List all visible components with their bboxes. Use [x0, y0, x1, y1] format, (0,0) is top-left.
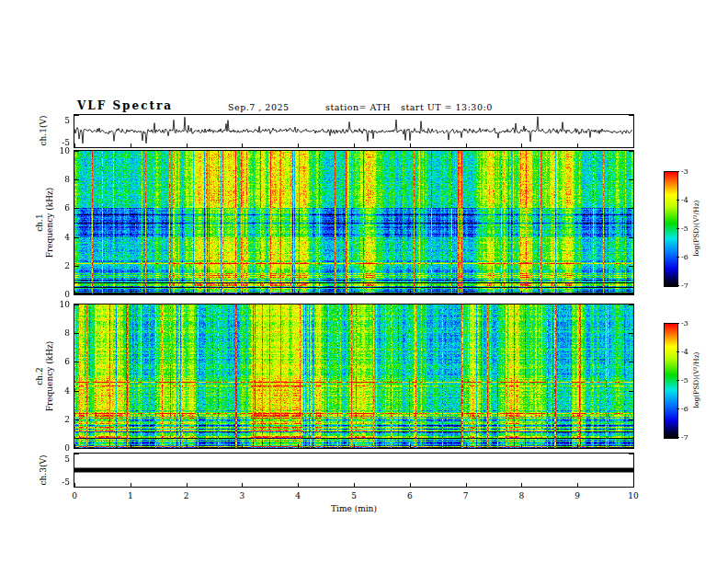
x-tick-mark — [131, 144, 131, 147]
colorbar-tick-label: -6 — [681, 405, 698, 413]
x-tick-mark — [577, 483, 578, 487]
x-tick-mark — [577, 144, 578, 147]
colorbar-tick-mark — [677, 285, 679, 286]
y-tick-mark — [629, 487, 633, 488]
y-tick-mark — [629, 362, 633, 362]
y-tick-mark — [74, 208, 79, 209]
y-tick-mark — [74, 147, 79, 148]
figure-title: VLF Spectra — [77, 99, 173, 112]
y-tick-mark — [629, 448, 633, 449]
ch1-spectrogram-panel — [74, 150, 634, 295]
x-tick-mark — [410, 144, 411, 147]
x-tick-mark — [298, 483, 299, 487]
x-tick-label: 4 — [295, 491, 301, 500]
ch3-waveform-canvas — [74, 454, 633, 487]
y-tick-mark — [629, 391, 633, 392]
x-tick-mark — [298, 291, 299, 294]
x-tick-mark — [354, 444, 355, 448]
y-tick-mark — [629, 237, 633, 238]
y-tick-mark — [629, 266, 633, 267]
y-tick-mark — [629, 208, 633, 209]
y-tick-mark — [74, 304, 79, 305]
ch2-spec-ylabel-line1: ch.2 — [35, 304, 45, 449]
y-tick-label: 6 — [53, 203, 70, 213]
x-tick-mark — [410, 483, 411, 487]
y-tick-label: 2 — [53, 415, 70, 424]
x-tick-mark — [298, 444, 299, 448]
y-tick-label: 5 — [53, 454, 70, 464]
x-tick-mark — [521, 483, 522, 487]
y-tick-mark — [629, 147, 633, 148]
y-tick-label: 10 — [53, 300, 70, 309]
y-tick-mark — [74, 179, 79, 180]
colorbar-tick-mark — [677, 351, 679, 352]
x-tick-mark — [131, 444, 131, 448]
x-tick-label: 0 — [72, 491, 77, 500]
colorbar-tick-label: -5 — [681, 224, 698, 233]
x-tick-label: 3 — [240, 491, 245, 500]
x-tick-mark — [187, 291, 188, 294]
x-tick-mark — [187, 483, 188, 487]
x-tick-label: 9 — [574, 491, 580, 500]
x-tick-mark — [187, 444, 188, 448]
ch1-spec-ylabel: ch.1 Frequency (kHz) — [35, 150, 57, 295]
colorbar-tick-label: -3 — [681, 167, 698, 176]
ch2-spec-ylabel-line2: Frequency (kHz) — [45, 304, 55, 449]
colorbar-tick-label: -7 — [681, 282, 698, 290]
y-tick-label: 8 — [53, 175, 70, 184]
x-tick-mark — [354, 291, 355, 294]
x-tick-mark — [242, 291, 243, 294]
y-tick-mark — [629, 454, 633, 454]
x-tick-label: 8 — [519, 491, 525, 500]
ch1-colorbar — [664, 171, 678, 287]
y-tick-mark — [629, 419, 633, 420]
figure-station: station= ATH — [325, 102, 391, 112]
x-tick-mark — [577, 291, 578, 294]
colorbar-tick-label: -4 — [681, 196, 698, 204]
time-axis-label: Time (min) — [74, 504, 633, 513]
colorbar-tick-mark — [677, 437, 679, 438]
y-tick-mark — [629, 179, 633, 180]
ch2-spec-ylabel: ch.2 Frequency (kHz) — [35, 304, 57, 449]
vlf-spectra-figure: VLF Spectra Sep.7 , 2025 station= ATH st… — [0, 0, 728, 563]
ch1-waveform-canvas — [74, 115, 633, 147]
y-tick-label: 5 — [53, 116, 70, 125]
colorbar-tick-label: -7 — [681, 433, 698, 442]
ch2-spectrogram-canvas — [74, 304, 633, 448]
colorbar-tick-mark — [677, 171, 679, 172]
colorbar-tick-mark — [677, 200, 679, 201]
figure-date: Sep.7 , 2025 — [228, 102, 290, 112]
x-tick-mark — [131, 291, 131, 294]
y-tick-label: 6 — [53, 357, 70, 366]
x-tick-mark — [633, 144, 634, 147]
y-tick-label: 0 — [53, 443, 70, 453]
x-tick-mark — [410, 444, 411, 448]
colorbar-tick-mark — [677, 323, 679, 324]
y-tick-mark — [74, 487, 79, 488]
x-tick-mark — [466, 291, 467, 294]
y-tick-mark — [74, 448, 79, 449]
colorbar-tick-label: -4 — [681, 348, 698, 356]
ch2-colorbar — [664, 323, 678, 439]
y-tick-label: 4 — [53, 233, 70, 242]
y-tick-mark — [74, 362, 79, 362]
y-tick-mark — [629, 304, 633, 305]
y-tick-label: 4 — [53, 386, 70, 396]
y-tick-mark — [74, 333, 79, 334]
x-tick-mark — [131, 483, 131, 487]
x-tick-label: 6 — [407, 491, 413, 500]
x-tick-mark — [354, 483, 355, 487]
ch1-spectrogram-canvas — [74, 151, 633, 294]
y-tick-label: 10 — [53, 146, 70, 155]
y-tick-mark — [629, 151, 633, 152]
x-tick-label: 10 — [628, 491, 638, 500]
colorbar-tick-mark — [677, 257, 679, 258]
y-tick-mark — [74, 294, 79, 295]
x-tick-mark — [521, 144, 522, 147]
y-tick-mark — [629, 294, 633, 295]
y-tick-mark — [74, 454, 79, 454]
colorbar-tick-mark — [677, 228, 679, 229]
x-tick-mark — [187, 144, 188, 147]
x-tick-mark — [466, 144, 467, 147]
ch1-spec-ylabel-line2: Frequency (kHz) — [45, 150, 55, 295]
